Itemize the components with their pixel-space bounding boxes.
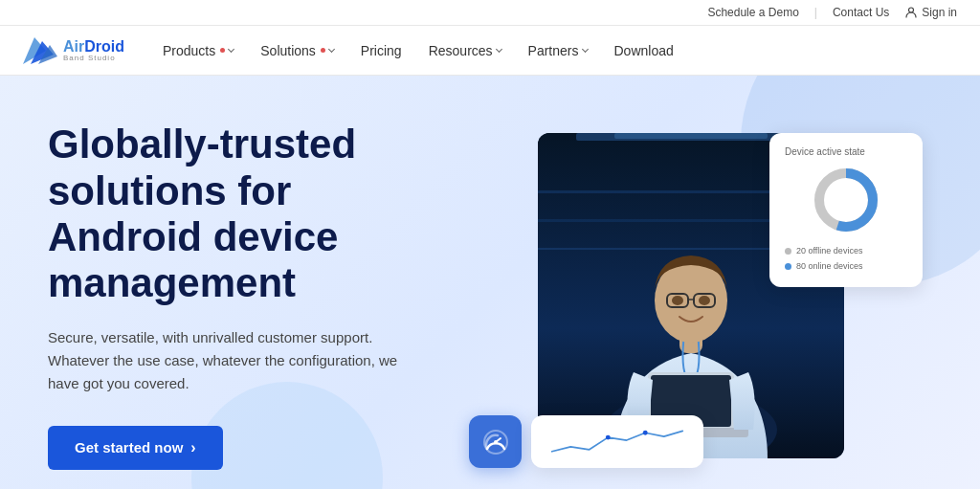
device-card-title: Device active state (785, 146, 907, 157)
cta-button[interactable]: Get started now › (48, 426, 223, 470)
nav-item-partners[interactable]: Partners (528, 43, 588, 58)
divider: | (814, 6, 817, 19)
hero-title: Globally-trusted solutions for Android d… (48, 122, 450, 306)
logo-sub: Band Studio (63, 55, 124, 62)
nav-links: Products Solutions Pricing Resources (163, 43, 674, 58)
svg-point-24 (827, 181, 865, 219)
logo-icon (23, 37, 57, 64)
svg-point-27 (494, 440, 498, 444)
top-bar: Schedule a Demo | Contact Us Sign in (0, 0, 980, 26)
cta-arrow-icon: › (190, 439, 195, 456)
nav-item-pricing[interactable]: Pricing (361, 43, 402, 58)
offline-dot (785, 248, 791, 255)
svg-point-18 (699, 296, 710, 305)
svg-point-28 (606, 435, 611, 440)
hero-subtitle: Secure, versatile, with unrivalled custo… (48, 326, 412, 395)
nav-item-resources[interactable]: Resources (429, 43, 501, 58)
products-notification-dot (220, 48, 225, 53)
nav-item-download[interactable]: Download (614, 43, 674, 58)
solutions-chevron-icon (328, 46, 335, 53)
device-card-legend: 20 offline devices 80 online devices (785, 243, 907, 274)
donut-chart (785, 167, 907, 233)
products-chevron-icon (228, 46, 234, 53)
partners-chevron-icon (581, 46, 588, 53)
online-dot (785, 263, 791, 270)
speedometer-icon (481, 428, 510, 456)
user-icon (904, 6, 918, 19)
hero-section: Globally-trusted solutions for Android d… (0, 76, 980, 489)
nav-item-solutions[interactable]: Solutions (260, 43, 334, 58)
nav-item-products[interactable]: Products (163, 43, 234, 58)
svg-point-0 (909, 8, 914, 12)
logo[interactable]: AirDroid Band Studio (23, 37, 124, 64)
speedometer-widget (469, 415, 522, 468)
sign-in-link[interactable]: Sign in (904, 6, 957, 19)
line-chart-svg (543, 423, 692, 460)
svg-point-17 (672, 296, 683, 305)
hero-visual: Device active state 20 offline devices (450, 114, 932, 478)
svg-point-29 (643, 431, 648, 435)
contact-us-link[interactable]: Contact Us (833, 6, 889, 19)
resources-chevron-icon (496, 46, 502, 53)
schedule-demo-link[interactable]: Schedule a Demo (707, 6, 798, 19)
logo-main: AirDroid (63, 39, 124, 55)
navbar: AirDroid Band Studio Products Solutions … (0, 26, 980, 76)
hero-content: Globally-trusted solutions for Android d… (48, 122, 450, 469)
line-chart-widget (531, 415, 703, 468)
solutions-notification-dot (321, 48, 325, 53)
device-active-card: Device active state 20 offline devices (769, 133, 923, 287)
svg-rect-9 (614, 133, 768, 139)
